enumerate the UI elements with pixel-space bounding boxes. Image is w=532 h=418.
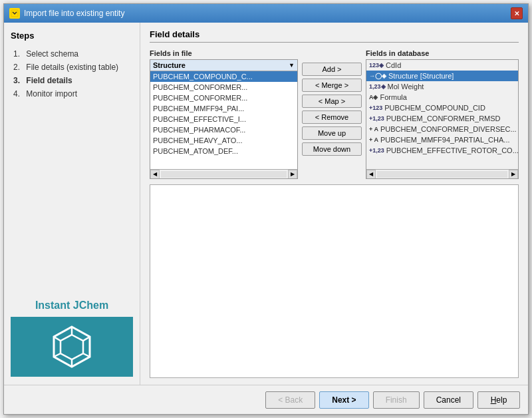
db-hscroll-left[interactable]: ◀ [366, 170, 376, 179]
hscroll-right-btn[interactable]: ▶ [288, 170, 297, 179]
back-button[interactable]: < Back [265, 391, 315, 409]
sidebar-brand: Instant JChem [11, 293, 133, 377]
preview-area [150, 184, 519, 378]
cancel-button[interactable]: Cancel [424, 391, 473, 409]
help-button[interactable]: Help [477, 391, 520, 409]
main-content: Field details Fields in file Structure ▼… [140, 23, 528, 385]
next-button[interactable]: Next > [319, 391, 368, 409]
move-up-button[interactable]: Move up [302, 126, 362, 140]
title-bar: Import file into existing entity ✕ [4, 4, 528, 23]
db-hscroll-right[interactable]: ▶ [509, 170, 518, 179]
file-field-item-7[interactable]: PUBCHEM_ATOM_DEF... [150, 146, 297, 156]
steps-title: Steps [11, 31, 133, 41]
db-hscroll: ◀ ▶ [366, 169, 518, 178]
db-item-7[interactable]: + A PUBCHEM_MMFF94_PARTIAL_CHA... [366, 134, 518, 145]
file-list-header: Structure ▼ [150, 60, 297, 71]
file-field-item-1[interactable]: PUBCHEM_CONFORMER... [150, 82, 297, 93]
file-field-item-6[interactable]: PUBCHEM_HEAVY_ATO... [150, 135, 297, 146]
brand-name: Instant JChem [11, 300, 133, 312]
step-1: 1. Select schema [13, 47, 133, 61]
db-item-2[interactable]: 1,23◈ Mol Weight [366, 81, 518, 92]
db-item-8[interactable]: +1,23 PUBCHEM_EFFECTIVE_ROTOR_CO... [366, 145, 518, 156]
db-item-6[interactable]: + A PUBCHEM_CONFORMER_DIVERSEC... [366, 124, 518, 134]
add-button[interactable]: Add > [302, 63, 362, 76]
db-item-0[interactable]: 123◈ CdId [366, 60, 518, 71]
db-item-1[interactable]: →◯◈ Structure [Structure] [366, 71, 518, 81]
file-list-hscroll: ◀ ▶ [150, 169, 297, 178]
db-item-3[interactable]: A◈ Formula [366, 92, 518, 103]
dialog-icon [9, 8, 20, 19]
step-2: 2. File details (existing table) [13, 61, 133, 74]
db-list-scroll[interactable]: 123◈ CdId →◯◈ Structure [Structure] 1,23… [366, 60, 518, 169]
map-button[interactable]: < Map > [302, 95, 362, 108]
file-list-scroll[interactable]: PUBCHEM_COMPOUND_C... PUBCHEM_CONFORMER.… [150, 71, 297, 169]
dialog-title: Import file into existing entity [24, 9, 124, 18]
file-field-item-3[interactable]: PUBCHEM_MMFF94_PAI... [150, 103, 297, 114]
steps-list: 1. Select schema 2. File details (existi… [11, 47, 133, 101]
file-field-item-0[interactable]: PUBCHEM_COMPOUND_C... [150, 71, 297, 82]
finish-button[interactable]: Finish [373, 391, 420, 409]
db-item-5[interactable]: +1,23 PUBCHEM_CONFORMER_RMSD [366, 113, 518, 124]
file-field-item-5[interactable]: PUBCHEM_PHARMACOF... [150, 124, 297, 135]
remove-button[interactable]: < Remove [302, 110, 362, 124]
sidebar: Steps 1. Select schema 2. File details (… [4, 23, 140, 385]
bottom-bar: < Back Next > Finish Cancel Help [4, 385, 528, 414]
move-down-button[interactable]: Move down [302, 142, 362, 156]
title-bar-left: Import file into existing entity [9, 8, 124, 19]
import-dialog: Import file into existing entity ✕ Steps… [3, 3, 529, 415]
fields-in-db-panel: Fields in database 123◈ CdId →◯◈ Structu… [366, 49, 519, 179]
step-4: 4. Monitor import [13, 87, 133, 101]
dialog-body: Steps 1. Select schema 2. File details (… [4, 23, 528, 385]
db-hscroll-track [377, 171, 507, 178]
brand-logo [11, 317, 133, 377]
fields-in-db-label: Fields in database [366, 49, 519, 57]
mapping-buttons: Add > < Merge > < Map > < Remove Move up… [302, 49, 362, 179]
merge-button[interactable]: < Merge > [302, 79, 362, 92]
file-field-item-2[interactable]: PUBCHEM_CONFORMER... [150, 93, 297, 103]
db-item-4[interactable]: +123 PUBCHEM_COMPOUND_CID [366, 103, 518, 113]
file-field-item-4[interactable]: PUBCHEM_EFFECTIVE_I... [150, 114, 297, 124]
section-title: Field details [150, 29, 519, 43]
field-mapping-area: Fields in file Structure ▼ PUBCHEM_COMPO… [150, 49, 519, 179]
fields-in-file-panel: Fields in file Structure ▼ PUBCHEM_COMPO… [150, 49, 298, 179]
db-list-outer: 123◈ CdId →◯◈ Structure [Structure] 1,23… [366, 59, 519, 179]
close-button[interactable]: ✕ [511, 7, 523, 19]
svg-marker-2 [61, 335, 83, 359]
fields-in-file-label: Fields in file [150, 49, 298, 57]
hscroll-track [161, 171, 287, 178]
hscroll-left-btn[interactable]: ◀ [150, 170, 160, 179]
fields-in-file-list: Structure ▼ PUBCHEM_COMPOUND_C... PUBCHE… [150, 59, 298, 179]
step-3-active: 3. Field details [13, 74, 133, 87]
